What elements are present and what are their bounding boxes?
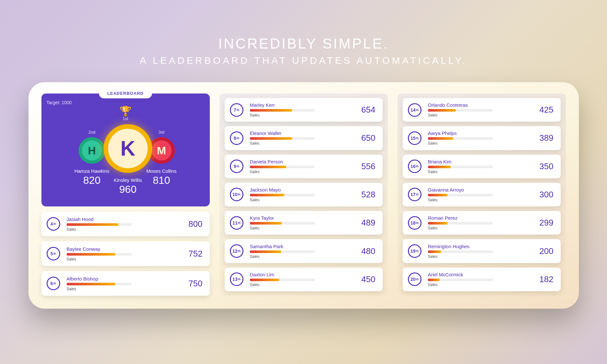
- row-name: Daxton Lim: [250, 272, 346, 277]
- rank-badge: 19th: [408, 244, 422, 258]
- row-category: Sales: [250, 170, 346, 174]
- leaderboard-row: 5thBaylee ConwaySales752: [41, 241, 210, 266]
- row-name: Orlando Contreras: [428, 102, 524, 108]
- row-category: Sales: [250, 198, 346, 202]
- row-score: 425: [531, 105, 554, 115]
- row-name: Samantha Park: [250, 244, 346, 249]
- first-place-label: 1st: [47, 116, 205, 121]
- podium-first: K Kinsley Willis 960: [104, 124, 152, 195]
- row-name: Kyra Taylor: [250, 215, 346, 221]
- rank-badge: 13th: [230, 272, 243, 286]
- hero-subtitle: A LEADERBOARD THAT UPDATES AUTOMATICALLY…: [140, 55, 467, 66]
- leaderboard-row: 15thAarya PhelpsSales389: [403, 126, 561, 150]
- row-category: Sales: [428, 113, 524, 117]
- row-score: 654: [353, 105, 376, 115]
- progress-bar: [428, 137, 493, 140]
- leaderboard-row: 18thRoman PerezSales299: [403, 211, 561, 235]
- progress-bar: [428, 109, 493, 112]
- leaderboard-row: 8thEleanor WallerSales650: [225, 126, 383, 150]
- row-score: 650: [353, 133, 376, 143]
- leaderboard-row: 7thMarley KerrSales654: [225, 98, 383, 122]
- progress-bar: [428, 279, 493, 281]
- rank-badge: 10th: [230, 188, 243, 201]
- row-category: Sales: [428, 226, 524, 230]
- progress-bar: [250, 137, 315, 140]
- column-middle: 7thMarley KerrSales6548thEleanor WallerS…: [219, 94, 388, 296]
- row-name: Jasiah Hood: [67, 216, 174, 222]
- progress-bar: [250, 194, 315, 196]
- row-name: Alberto Bishop: [67, 276, 174, 281]
- column-left: LEADERBOARD Target: 1000 🏆 1st 2nd H Ham…: [41, 94, 210, 296]
- hero-title: INCREDIBLY SIMPLE.: [140, 36, 467, 52]
- row-score: 350: [531, 161, 554, 171]
- row-score: 300: [531, 190, 554, 200]
- row-category: Sales: [67, 287, 174, 291]
- progress-bar: [250, 222, 315, 225]
- rank-badge: 6th: [47, 277, 60, 290]
- rank-badge: 9th: [230, 160, 243, 173]
- leaderboard-row: 20thAriel McCormickSales182: [403, 268, 561, 291]
- row-category: Sales: [428, 141, 524, 146]
- leaderboard-row: 17thGiavanna ArroyoSales300: [403, 183, 561, 206]
- leaderboard-row: 12thSamantha ParkSales480: [225, 239, 383, 263]
- row-name: Marley Kerr: [250, 102, 346, 108]
- leaderboard-row: 10thJackson MayoSales528: [225, 183, 383, 206]
- row-category: Sales: [67, 227, 174, 232]
- progress-bar: [428, 194, 493, 196]
- row-score: 556: [353, 161, 376, 171]
- rank-badge: 11th: [230, 216, 243, 230]
- row-category: Sales: [250, 113, 346, 117]
- podium-panel: LEADERBOARD Target: 1000 🏆 1st 2nd H Ham…: [41, 94, 210, 206]
- progress-bar: [67, 253, 131, 256]
- row-name: Daniela Person: [250, 159, 346, 164]
- rank-badge: 14th: [408, 103, 422, 117]
- row-category: Sales: [250, 226, 346, 230]
- podium-first-name: Kinsley Willis: [114, 177, 142, 183]
- row-name: Baylee Conway: [67, 246, 174, 252]
- rank-badge: 20th: [408, 272, 422, 286]
- leaderboard-row: 4thJasiah HoodSales800: [41, 212, 210, 236]
- row-category: Sales: [428, 254, 524, 259]
- row-name: Aarya Phelps: [428, 130, 524, 136]
- leaderboard-row: 14thOrlando ContrerasSales425: [403, 98, 561, 122]
- avatar-second: H: [79, 137, 105, 164]
- rank-badge: 12th: [230, 244, 243, 258]
- rank-badge: 5th: [47, 247, 60, 260]
- leaderboard-row: 11thKyra TaylorSales489: [225, 211, 383, 235]
- row-score: 752: [180, 249, 203, 259]
- leaderboard-row: 13thDaxton LimSales450: [225, 268, 383, 291]
- row-score: 528: [353, 190, 376, 200]
- podium-second-score: 820: [83, 174, 100, 186]
- row-score: 480: [353, 246, 376, 256]
- row-score: 182: [531, 274, 554, 284]
- rank-badge: 8th: [230, 131, 243, 145]
- row-name: Briana Kim: [428, 159, 524, 164]
- avatar-first: K: [104, 124, 152, 173]
- third-place-label: 3rd: [158, 130, 164, 135]
- target-label: Target: 1000: [47, 100, 205, 105]
- progress-bar: [67, 283, 131, 285]
- progress-bar: [250, 250, 315, 253]
- row-score: 389: [531, 133, 554, 143]
- row-category: Sales: [428, 198, 524, 202]
- hero-text: INCREDIBLY SIMPLE. A LEADERBOARD THAT UP…: [140, 36, 467, 66]
- podium-first-score: 960: [119, 183, 136, 195]
- progress-bar: [428, 222, 493, 225]
- row-name: Giavanna Arroyo: [428, 187, 524, 193]
- leaderboard-row: 9thDaniela PersonSales556: [225, 155, 383, 178]
- row-name: Remington Hughes: [428, 244, 524, 249]
- row-category: Sales: [250, 282, 346, 287]
- row-category: Sales: [67, 257, 174, 261]
- rank-badge: 17th: [408, 188, 422, 201]
- row-category: Sales: [250, 254, 346, 259]
- rank-badge: 16th: [408, 160, 422, 173]
- podium-third-score: 810: [153, 174, 170, 186]
- rank-badge: 18th: [408, 216, 422, 230]
- row-score: 750: [180, 279, 203, 289]
- row-name: Jackson Mayo: [250, 187, 346, 193]
- trophy-icon: 🏆: [47, 106, 205, 116]
- row-score: 450: [353, 274, 376, 284]
- row-score: 800: [180, 219, 203, 229]
- progress-bar: [428, 250, 493, 253]
- second-place-label: 2nd: [88, 130, 96, 135]
